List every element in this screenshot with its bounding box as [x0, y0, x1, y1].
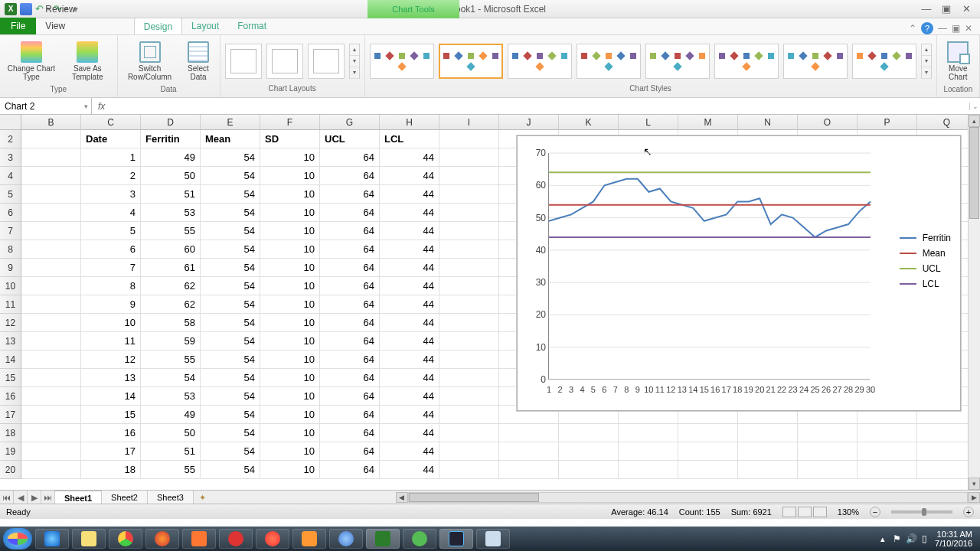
- new-sheet-button[interactable]: ✦: [194, 491, 212, 504]
- fx-icon[interactable]: fx: [92, 101, 111, 112]
- chart-style-2[interactable]: [439, 44, 503, 79]
- zoom-out-button[interactable]: −: [870, 507, 880, 517]
- cell-H13[interactable]: 44: [380, 332, 439, 350]
- taskbar-chrome[interactable]: [109, 529, 142, 549]
- cell-C14[interactable]: 12: [81, 350, 141, 369]
- row-header-8[interactable]: 8: [0, 240, 21, 259]
- cell-E19[interactable]: 54: [201, 442, 260, 461]
- cell-B2[interactable]: [21, 130, 81, 148]
- cell-G2[interactable]: UCL: [320, 130, 380, 148]
- cell-C9[interactable]: 7: [81, 259, 141, 277]
- cell-G3[interactable]: 64: [320, 148, 380, 167]
- expand-formula-bar[interactable]: ⌄: [969, 103, 980, 110]
- legend-item-mean[interactable]: Mean: [900, 248, 951, 259]
- cell-C11[interactable]: 9: [81, 295, 141, 314]
- cell-D14[interactable]: 55: [141, 350, 201, 369]
- cell-F18[interactable]: 10: [260, 424, 320, 442]
- system-tray[interactable]: ▴ ⚑ 🔊 ▯ 10:31 AM 7/10/2016: [880, 530, 977, 548]
- cell-I14[interactable]: [439, 350, 499, 369]
- cell-G11[interactable]: 64: [320, 295, 380, 314]
- cell-C7[interactable]: 5: [81, 222, 141, 240]
- column-header-M[interactable]: M: [678, 115, 738, 129]
- cell-N19[interactable]: [738, 442, 798, 461]
- tab-review[interactable]: Review: [36, 1, 106, 18]
- cell-C15[interactable]: 13: [81, 369, 141, 387]
- cell-P20[interactable]: [858, 461, 917, 479]
- cell-B11[interactable]: [21, 295, 81, 314]
- cell-E17[interactable]: 54: [201, 406, 260, 424]
- cell-B4[interactable]: [21, 167, 81, 185]
- cell-F16[interactable]: 10: [260, 387, 320, 406]
- column-header-E[interactable]: E: [201, 115, 260, 129]
- cell-I16[interactable]: [439, 387, 499, 406]
- column-header-I[interactable]: I: [439, 115, 499, 129]
- cell-I9[interactable]: [439, 259, 499, 277]
- sheet-tab-sheet1[interactable]: Sheet1: [55, 491, 102, 504]
- taskbar-firefox[interactable]: [145, 529, 179, 549]
- cell-D5[interactable]: 51: [141, 185, 201, 204]
- cell-D17[interactable]: 49: [141, 406, 201, 424]
- save-as-template-button[interactable]: Save As Template: [63, 37, 113, 85]
- sheet-nav-first[interactable]: ⏮: [0, 491, 14, 504]
- cell-G14[interactable]: 64: [320, 350, 380, 369]
- hscroll-left[interactable]: ◀: [396, 492, 408, 503]
- hscroll-right[interactable]: ▶: [968, 492, 980, 503]
- cell-O18[interactable]: [798, 424, 858, 442]
- cell-C4[interactable]: 2: [81, 167, 141, 185]
- cell-E5[interactable]: 54: [201, 185, 260, 204]
- cell-D4[interactable]: 50: [141, 167, 201, 185]
- row-header-16[interactable]: 16: [0, 387, 21, 406]
- cell-B16[interactable]: [21, 387, 81, 406]
- row-header-13[interactable]: 13: [0, 332, 21, 350]
- taskbar-ie[interactable]: [35, 529, 69, 549]
- cell-I2[interactable]: [439, 130, 499, 148]
- cell-I11[interactable]: [439, 295, 499, 314]
- legend-item-ferritin[interactable]: Ferritin: [900, 233, 951, 243]
- column-header-O[interactable]: O: [798, 115, 858, 129]
- help-icon[interactable]: ?: [921, 22, 933, 34]
- chart-layout-2[interactable]: [266, 44, 303, 79]
- taskbar-uc[interactable]: [292, 529, 326, 549]
- cell-G4[interactable]: 64: [320, 167, 380, 185]
- cell-H18[interactable]: 44: [380, 424, 439, 442]
- flag-icon[interactable]: ⚑: [893, 533, 901, 544]
- cell-B6[interactable]: [21, 204, 81, 222]
- cell-G20[interactable]: 64: [320, 461, 380, 479]
- start-button[interactable]: [3, 528, 32, 549]
- cell-D12[interactable]: 58: [141, 314, 201, 332]
- cell-B7[interactable]: [21, 222, 81, 240]
- cell-D15[interactable]: 54: [141, 369, 201, 387]
- cell-D3[interactable]: 49: [141, 148, 201, 167]
- cell-M19[interactable]: [678, 442, 738, 461]
- pagebreak-view-button[interactable]: [813, 507, 827, 517]
- cell-E13[interactable]: 54: [201, 332, 260, 350]
- cell-G8[interactable]: 64: [320, 240, 380, 259]
- cell-F4[interactable]: 10: [260, 167, 320, 185]
- cell-C3[interactable]: 1: [81, 148, 141, 167]
- cell-I8[interactable]: [439, 240, 499, 259]
- cell-H7[interactable]: 44: [380, 222, 439, 240]
- cell-D10[interactable]: 62: [141, 277, 201, 295]
- cell-B18[interactable]: [21, 424, 81, 442]
- cell-H17[interactable]: 44: [380, 406, 439, 424]
- cell-L19[interactable]: [619, 442, 678, 461]
- cell-J18[interactable]: [499, 424, 559, 442]
- cell-E14[interactable]: 54: [201, 350, 260, 369]
- mdi-min-icon[interactable]: —: [938, 23, 947, 34]
- cell-M18[interactable]: [678, 424, 738, 442]
- cell-B13[interactable]: [21, 332, 81, 350]
- cell-C19[interactable]: 17: [81, 442, 141, 461]
- cell-G10[interactable]: 64: [320, 277, 380, 295]
- cell-H15[interactable]: 44: [380, 369, 439, 387]
- cell-D18[interactable]: 50: [141, 424, 201, 442]
- cell-B12[interactable]: [21, 314, 81, 332]
- chart-legend[interactable]: FerritinMeanUCLLCL: [900, 228, 951, 294]
- cell-B20[interactable]: [21, 461, 81, 479]
- column-header-J[interactable]: J: [499, 115, 559, 129]
- cell-B9[interactable]: [21, 259, 81, 277]
- save-button[interactable]: [20, 3, 32, 15]
- cell-F15[interactable]: 10: [260, 369, 320, 387]
- cell-D6[interactable]: 53: [141, 204, 201, 222]
- taskbar-recorder[interactable]: [439, 529, 473, 549]
- cell-G6[interactable]: 64: [320, 204, 380, 222]
